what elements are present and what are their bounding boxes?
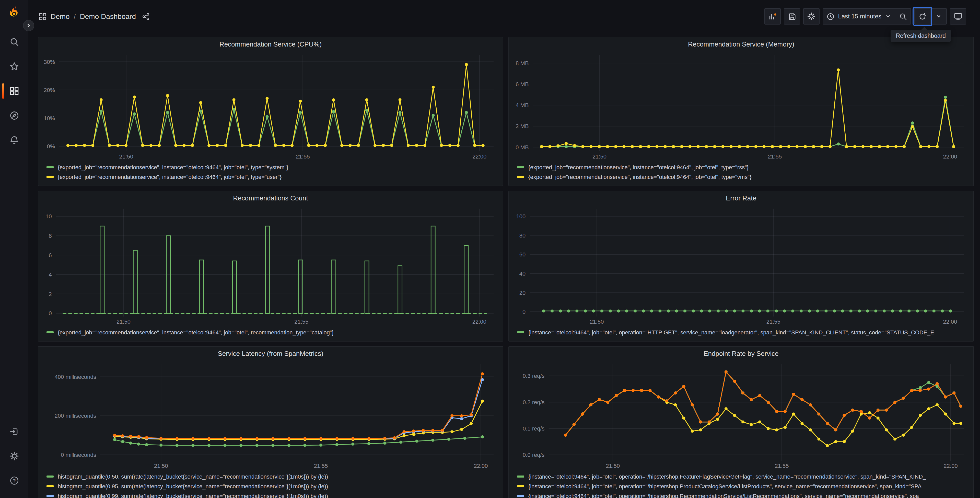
svg-text:22:00: 22:00 [473,319,487,325]
dashboard-settings-button[interactable] [803,8,820,24]
breadcrumb-separator: / [74,12,76,21]
svg-text:21:55: 21:55 [294,319,309,325]
svg-text:4 MB: 4 MB [515,102,528,109]
legend-item[interactable]: {exported_job="recommendationservice", i… [517,162,969,172]
legend-label: {instance="otelcol:9464", job="otel", op… [528,473,926,479]
svg-text:100: 100 [516,213,525,220]
refresh-tooltip: Refresh dashboard [891,30,951,42]
legend-color-chip [46,166,54,168]
panel-error-rate: Error Rate 21:5021:5522:00020406080100 {… [508,191,974,342]
legend-label: {instance="otelcol:9464", job="otel", op… [528,483,921,489]
clock-icon [827,13,835,20]
time-series-plot[interactable]: 21:5021:5522:000 MB2 MB4 MB6 MB8 MB [513,51,969,161]
sidebar-nav-top [0,30,28,152]
legend-color-chip [517,485,524,487]
refresh-dashboard-button[interactable] [914,8,931,24]
legend-color-chip [46,176,54,178]
legend-label: {instance="otelcol:9464", job="otel", op… [528,493,919,498]
panel-title[interactable]: Endpoint Rate by Service [509,346,974,360]
panel-title[interactable]: Recommendation Service (CPU%) [38,37,503,51]
sidebar-expand-button[interactable] [23,20,34,31]
legend-color-chip [517,331,524,333]
save-dashboard-button[interactable] [784,8,800,24]
panel-endpoint-rate: Endpoint Rate by Service 21:5021:5522:00… [508,346,974,498]
time-series-plot[interactable]: 21:5021:5522:000%10%20%30% [42,51,499,161]
svg-text:22:00: 22:00 [474,463,488,469]
sidebar-item-alerting[interactable] [0,128,28,152]
legend-item[interactable]: {exported_job="recommendationservice", i… [46,327,499,337]
panel-legend: {exported_job="recommendationservice", i… [38,161,503,185]
svg-text:0 milliseconds: 0 milliseconds [61,452,96,458]
svg-text:21:50: 21:50 [590,319,604,325]
legend-item[interactable]: histogram_quantile(0.95, sum(rate(latenc… [46,481,499,491]
panel-legend: {exported_job="recommendationservice", i… [509,161,974,185]
breadcrumb-folder[interactable]: Demo [51,12,70,21]
zoom-out-time-button[interactable] [895,8,911,24]
panel-legend: histogram_quantile(0.50, sum(rate(latenc… [38,470,503,498]
search-icon [10,37,19,46]
cycle-view-mode-button[interactable] [950,8,966,24]
dashboard: Recommendation Service (CPU%) 21:5021:55… [28,33,980,498]
svg-text:0.0 req/s: 0.0 req/s [523,452,545,458]
share-icon [142,13,150,20]
svg-text:21:55: 21:55 [296,153,310,160]
legend-label: {exported_job="recommendationservice", i… [58,329,334,335]
legend-color-chip [517,176,524,178]
svg-text:0 MB: 0 MB [515,144,528,150]
time-range-picker[interactable]: Last 15 minutes [823,8,895,24]
sidebar-item-favorites[interactable] [0,54,28,79]
sidebar-item-dashboards[interactable] [0,79,28,103]
legend-item[interactable]: {exported_job="recommendationservice", i… [517,172,969,182]
chevron-down-icon [885,13,891,19]
sidebar-item-explore[interactable] [0,103,28,128]
legend-item[interactable]: {instance="otelcol:9464", job="otel", op… [517,481,969,491]
sidebar-item-settings[interactable] [0,444,28,468]
bar-plot[interactable]: 21:5021:5522:000246810 [42,204,499,326]
legend-label: histogram_quantile(0.99, sum(rate(latenc… [58,493,328,498]
legend-item[interactable]: histogram_quantile(0.50, sum(rate(latenc… [46,471,499,481]
svg-text:2: 2 [49,291,52,297]
sidebar-item-sign-in[interactable] [0,419,28,444]
share-button[interactable] [142,13,150,20]
legend-item[interactable]: {exported_job="recommendationservice", i… [46,172,499,182]
add-panel-button[interactable] [765,8,781,24]
panel-title[interactable]: Error Rate [509,191,974,204]
svg-text:21:55: 21:55 [767,319,781,325]
legend-color-chip [46,331,54,333]
add-panel-icon [769,12,777,21]
legend-item[interactable]: {exported_job="recommendationservice", i… [46,162,499,172]
legend-color-chip [46,475,54,477]
legend-item[interactable]: {instance="otelcol:9464", job="otel", op… [517,471,969,481]
legend-label: {exported_job="recommendationservice", i… [58,174,282,180]
grafana-logo[interactable] [3,0,25,27]
svg-text:21:55: 21:55 [768,153,782,160]
header: Demo / Demo Dashboard Last 15 minutes [28,0,980,33]
svg-text:6: 6 [49,252,52,259]
time-series-plot[interactable]: 21:5021:5522:00020406080100 [513,204,969,326]
legend-item[interactable]: histogram_quantile(0.99, sum(rate(latenc… [46,491,499,498]
legend-item[interactable]: {instance="otelcol:9464", job="otel", op… [517,327,969,337]
panel-recommendation-cpu: Recommendation Service (CPU%) 21:5021:55… [38,37,503,186]
sidebar-item-search[interactable] [0,30,28,54]
svg-text:0.2 req/s: 0.2 req/s [523,399,545,405]
legend-color-chip [46,485,54,487]
sidebar-item-help[interactable]: ? [0,468,28,493]
time-range-group: Last 15 minutes [823,8,911,24]
panel-title[interactable]: Recommendations Count [38,191,503,204]
svg-text:4: 4 [49,271,52,278]
legend-item[interactable]: {instance="otelcol:9464", job="otel", op… [517,491,969,498]
svg-text:10: 10 [46,213,52,220]
refresh-group [914,8,947,24]
panel-title[interactable]: Service Latency (from SpanMetrics) [38,346,503,360]
time-series-plot[interactable]: 21:5021:5522:000.0 req/s0.1 req/s0.2 req… [513,360,969,470]
save-icon [788,13,796,20]
breadcrumb-dashboard[interactable]: Demo Dashboard [80,12,136,21]
panel-service-latency: Service Latency (from SpanMetrics) 21:50… [38,346,503,498]
refresh-interval-dropdown[interactable] [931,8,947,24]
compass-icon [10,111,19,120]
svg-text:2 MB: 2 MB [515,123,528,129]
time-series-plot[interactable]: 21:5021:5522:000 milliseconds200 millise… [42,360,499,470]
svg-text:21:55: 21:55 [775,463,789,469]
legend-label: histogram_quantile(0.95, sum(rate(latenc… [58,483,328,489]
svg-text:400 milliseconds: 400 milliseconds [55,374,96,380]
